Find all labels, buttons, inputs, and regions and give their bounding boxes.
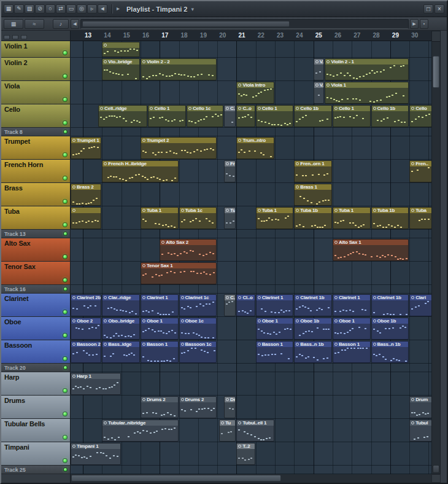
- clip-oboe-1c[interactable]: Oboe 1c: [179, 318, 217, 340]
- corner-mini-button[interactable]: [12, 35, 18, 39]
- clip-header[interactable]: Clarinet 1: [333, 295, 370, 300]
- scroll-right-button[interactable]: ▶: [410, 19, 419, 29]
- clip-mute-icon[interactable]: [72, 139, 75, 142]
- clip-header[interactable]: Basson 1: [333, 342, 370, 347]
- clip-header[interactable]: Vio..bridge: [102, 59, 139, 64]
- clip-cello-1[interactable]: Cello 1: [148, 105, 186, 127]
- clip-oboe-1b[interactable]: Oboe 1b: [371, 318, 409, 340]
- clip-mute-icon[interactable]: [238, 107, 241, 110]
- clip-header[interactable]: Tuba: [410, 208, 431, 213]
- paint-icon[interactable]: ▨: [25, 4, 34, 14]
- clip-mute-icon[interactable]: [411, 162, 414, 165]
- clip-clarinet-1b[interactable]: Clarinet 1b: [294, 294, 332, 316]
- clip-header[interactable]: Tuba 1: [333, 208, 370, 213]
- track-panel-track-16[interactable]: Track 16: [1, 285, 71, 294]
- titlebar[interactable]: ▦✎▨⊘○⇄▭◎▹◄ ▸ Playlist - Timpani 2 ▾ □ ×: [1, 1, 447, 17]
- horizontal-scrollbar-bottom[interactable]: [1, 474, 441, 483]
- clip-mute-icon[interactable]: [334, 296, 338, 299]
- clip-mute-icon[interactable]: [142, 209, 145, 212]
- clip-header[interactable]: Trumpet 1: [71, 138, 101, 143]
- track-enable-led[interactable]: [63, 357, 67, 361]
- timeline-label-14[interactable]: 14: [104, 32, 110, 39]
- h-scroll-top-thumb[interactable]: [82, 21, 290, 27]
- clip-mute-icon[interactable]: [296, 107, 299, 110]
- clip-cello[interactable]: Cello: [409, 105, 432, 127]
- timeline-label-19[interactable]: 19: [200, 32, 207, 39]
- track-enable-led[interactable]: [63, 200, 67, 203]
- clip-cello-1[interactable]: Cello 1: [333, 105, 371, 127]
- clip-bass-idge[interactable]: Bass..idge: [102, 341, 140, 363]
- clip-mute-icon[interactable]: [373, 107, 376, 110]
- clip-tubular-nibridge[interactable]: Tubular..nibridge: [102, 420, 178, 442]
- clip-clarinet-1b[interactable]: Clarinet 1b: [371, 294, 409, 316]
- clip-header[interactable]: Fr: [225, 161, 235, 166]
- clip-fren[interactable]: Fren..: [409, 160, 432, 182]
- clip-fren-orn-1[interactable]: Fren..orn 1: [294, 160, 332, 182]
- slip-icon[interactable]: ⇄: [56, 4, 66, 14]
- clip-mute-icon[interactable]: [296, 162, 299, 165]
- timeline-label-20[interactable]: 20: [219, 32, 226, 39]
- clip-mute-icon[interactable]: [296, 343, 299, 346]
- clip-drums-2[interactable]: Drums 2: [141, 396, 179, 418]
- clip-mute-icon[interactable]: [142, 319, 145, 322]
- clip-bass-n-1b[interactable]: Bass..n 1b: [371, 341, 409, 363]
- clip-header[interactable]: Cl..o: [237, 295, 254, 300]
- clip-mute-icon[interactable]: [142, 398, 145, 401]
- clip-mute-icon[interactable]: [181, 296, 184, 299]
- clip-bassoon-2[interactable]: Bassoon 2: [71, 341, 101, 363]
- clip-header[interactable]: C..o: [237, 106, 254, 111]
- clip-header[interactable]: Viola 1: [325, 82, 408, 88]
- clip-mute-icon[interactable]: [181, 343, 184, 346]
- track-panel-clarinet[interactable]: Clarinet: [1, 294, 71, 317]
- clip-t-2[interactable]: T..2: [236, 443, 255, 465]
- track-panel-viola[interactable]: Viola: [1, 81, 71, 104]
- clip-mute-icon[interactable]: [104, 162, 107, 165]
- clip-mute-icon[interactable]: [188, 107, 191, 110]
- track-panel-track-20[interactable]: Track 20: [1, 364, 71, 372]
- clip-header[interactable]: Tubular..nibridge: [102, 420, 177, 426]
- clip-mute-icon[interactable]: [150, 107, 153, 110]
- clip-mute-icon[interactable]: [72, 185, 75, 189]
- clip-mute-icon[interactable]: [315, 60, 319, 63]
- clip-header[interactable]: Tuba 1: [257, 208, 293, 213]
- clip-header[interactable]: Violin 2 - 2: [141, 59, 216, 64]
- clip-mute-icon[interactable]: [226, 296, 229, 299]
- clip-header[interactable]: Cello: [410, 106, 431, 111]
- corner-mini-button[interactable]: [21, 35, 27, 39]
- clip-header[interactable]: Clarinet 1c: [180, 295, 217, 300]
- track-panel-drums[interactable]: Drums: [1, 396, 71, 419]
- clip-clarinet-1[interactable]: Clarinet 1: [141, 294, 179, 316]
- v-scroll-button[interactable]: [433, 465, 439, 473]
- clip-header[interactable]: Oboe 1: [257, 318, 293, 324]
- timeline-label-27[interactable]: 27: [353, 32, 360, 39]
- clip-v-n[interactable]: V..n: [314, 82, 325, 104]
- track-enable-led[interactable]: [64, 287, 67, 291]
- clip-tuba-1[interactable]: Tuba 1: [256, 207, 294, 229]
- clip-header[interactable]: Fren..: [410, 161, 431, 166]
- clip-mute-icon[interactable]: [226, 162, 229, 165]
- clip-mute-icon[interactable]: [104, 60, 107, 63]
- clip-header[interactable]: Dr: [225, 397, 235, 402]
- clip-dr[interactable]: Dr: [224, 396, 236, 418]
- clip-tuba-1b[interactable]: Tuba 1b: [371, 207, 409, 229]
- clip-tuba-1c[interactable]: Tuba 1c: [179, 207, 217, 229]
- track-enable-led[interactable]: [63, 435, 67, 439]
- clip-mute-icon[interactable]: [72, 209, 75, 212]
- clip-drum[interactable]: Drum: [409, 396, 432, 418]
- clip-cello-1[interactable]: Cello 1: [256, 105, 294, 127]
- clip-header[interactable]: Cello 1: [333, 106, 370, 111]
- track-enable-led[interactable]: [63, 278, 67, 282]
- track-panel-trumpet[interactable]: Trumpet: [1, 136, 71, 160]
- clip-header[interactable]: Clarinet 2b: [71, 295, 101, 300]
- clip-c-o[interactable]: C..o: [236, 105, 255, 127]
- timeline-label-13[interactable]: 13: [85, 32, 91, 39]
- playback-icon[interactable]: ▹: [87, 4, 97, 14]
- clip-clar-ridge[interactable]: Clar..ridge: [102, 294, 140, 316]
- clip-mute-icon[interactable]: [411, 107, 414, 110]
- close-button[interactable]: ×: [434, 4, 444, 14]
- waves-view-button[interactable]: ≈: [25, 19, 44, 29]
- track-panel-brass[interactable]: Brass: [1, 183, 71, 206]
- clip-basson-1[interactable]: Basson 1: [333, 341, 371, 363]
- track-panel-violin-1[interactable]: Violin 1: [1, 41, 71, 58]
- clip-mute-icon[interactable]: [104, 319, 107, 322]
